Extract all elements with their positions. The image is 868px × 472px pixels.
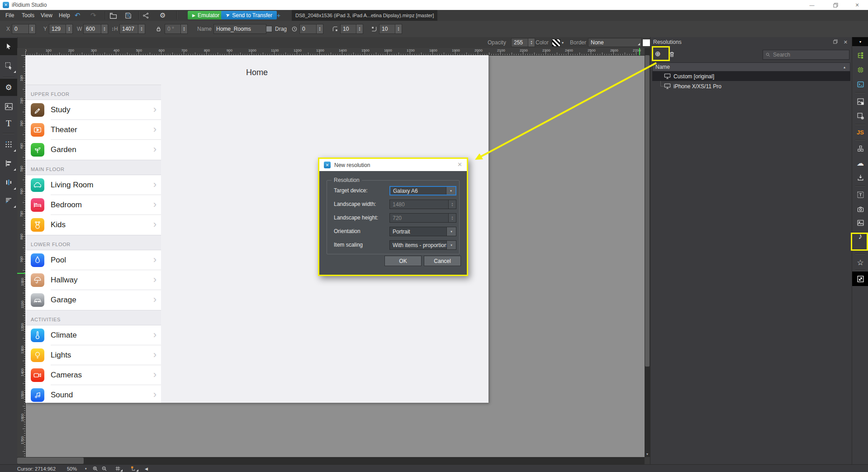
- corner-radius-y-field[interactable]: 10▲▼: [379, 24, 402, 34]
- zoom-in-icon[interactable]: [92, 465, 98, 472]
- width-field[interactable]: 600▲▼: [83, 24, 108, 34]
- share-icon[interactable]: [142, 10, 149, 21]
- restore-button[interactable]: [828, 0, 843, 10]
- project-tree-icon[interactable]: [852, 49, 868, 62]
- list-item[interactable]: Garden ›: [25, 140, 161, 160]
- name-field[interactable]: Home_Rooms: [213, 24, 266, 34]
- menu-view[interactable]: View: [39, 12, 54, 19]
- orientation-dropdown[interactable]: Portrait ▾: [389, 227, 456, 236]
- target-device-dropdown[interactable]: Galaxy A6 ▾: [389, 186, 456, 195]
- menu-file[interactable]: File: [4, 12, 16, 19]
- resolution-row-selected[interactable]: Custom [original]: [652, 72, 850, 81]
- list-item[interactable]: Pool ›: [25, 250, 161, 270]
- item-scaling-dropdown[interactable]: With items - proportional ▾: [389, 240, 456, 250]
- download-icon[interactable]: [852, 171, 868, 184]
- marquee-select-tool[interactable]: [0, 57, 17, 74]
- scroll-down-icon[interactable]: ▼: [645, 451, 650, 457]
- dropdown-arrow-icon[interactable]: ▾: [446, 187, 455, 195]
- fonts-icon[interactable]: [852, 188, 868, 201]
- zoom-dropdown-icon[interactable]: ▾: [85, 465, 87, 472]
- vertical-scrollbar[interactable]: ▼: [645, 48, 650, 457]
- drag-checkbox[interactable]: [266, 21, 272, 37]
- drivers-icon[interactable]: [852, 63, 868, 76]
- 3d-models-icon[interactable]: [852, 142, 868, 155]
- menu-help[interactable]: Help: [57, 12, 72, 19]
- dialog-close-icon[interactable]: ✕: [457, 161, 462, 168]
- javascript-editor-icon[interactable]: JS: [852, 126, 868, 138]
- rooms-list-panel[interactable]: UPPER FLOOR Study › Theater › Garden › M…: [25, 55, 161, 403]
- snap-mode-icon[interactable]: [130, 465, 137, 472]
- x-field[interactable]: 0▲▼: [12, 24, 36, 34]
- resolutions-panel-icon[interactable]: [852, 272, 868, 286]
- list-item[interactable]: Study ›: [25, 100, 161, 120]
- undo-icon[interactable]: ↶: [75, 10, 81, 21]
- horizontal-scrollbar-thumb[interactable]: [17, 458, 84, 464]
- project-tab[interactable]: DS8_2048x1536 (iPad 3, iPad A...etina Di…: [292, 10, 437, 21]
- height-field[interactable]: 1407▲▼: [119, 24, 145, 34]
- opacity-field[interactable]: 255▲▼: [511, 38, 535, 47]
- search-box[interactable]: Search: [763, 50, 849, 60]
- color-dropdown-icon[interactable]: ▾: [562, 37, 564, 48]
- distribute-tool[interactable]: [0, 174, 17, 191]
- list-item[interactable]: Hallway ›: [25, 270, 161, 290]
- redo-icon[interactable]: ↷: [90, 10, 96, 21]
- list-item[interactable]: Cameras ›: [25, 365, 161, 385]
- save-icon[interactable]: [125, 10, 132, 21]
- guides-tool[interactable]: [0, 192, 17, 209]
- list-item[interactable]: Kids ›: [25, 215, 161, 235]
- list-item[interactable]: Theater ›: [25, 120, 161, 140]
- vertical-scrollbar-thumb[interactable]: [645, 55, 650, 367]
- list-item[interactable]: Bedroom ›: [25, 195, 161, 215]
- ok-button[interactable]: OK: [384, 256, 422, 266]
- list-item[interactable]: Garage ›: [25, 290, 161, 310]
- list-item[interactable]: Living Room ›: [25, 175, 161, 195]
- angle-field[interactable]: 0 °▲▼: [165, 24, 188, 34]
- cancel-button[interactable]: Cancel: [424, 256, 461, 266]
- list-item[interactable]: Sound ›: [25, 385, 161, 403]
- dropdown-arrow-icon[interactable]: ▾: [446, 227, 456, 236]
- color-swatch[interactable]: [552, 37, 560, 48]
- minimize-button[interactable]: —: [804, 0, 820, 10]
- grid-items-tool[interactable]: [0, 136, 17, 153]
- dynamic-images-icon[interactable]: [852, 110, 868, 122]
- align-tool[interactable]: [0, 155, 17, 172]
- border-color-swatch[interactable]: [642, 37, 650, 48]
- close-button[interactable]: ✕: [849, 0, 865, 10]
- favorites-star-icon[interactable]: ☆: [852, 256, 868, 269]
- landscape-width-field[interactable]: 1480 ▲▼: [389, 200, 456, 209]
- script-console-icon[interactable]: [852, 78, 868, 91]
- border-field[interactable]: None: [588, 38, 642, 47]
- send-to-transfer-button[interactable]: ➤ Send to Transfer: [221, 11, 277, 19]
- horizontal-scrollbar[interactable]: [17, 457, 645, 464]
- emulator-button[interactable]: ▶ Emulator: [188, 11, 224, 19]
- lock-icon[interactable]: [156, 21, 161, 37]
- collapse-left-icon[interactable]: ◀: [145, 465, 148, 472]
- zoom-level[interactable]: 50%: [67, 465, 77, 472]
- list-item[interactable]: Climate ›: [25, 325, 161, 345]
- dialog-title-bar[interactable]: ✕ New resolution ✕: [319, 159, 467, 171]
- text-tool[interactable]: T: [0, 115, 17, 132]
- select-tool[interactable]: [0, 38, 17, 55]
- panel-menu-tab[interactable]: ▾: [852, 37, 868, 46]
- open-project-icon[interactable]: [109, 10, 117, 21]
- menu-tools[interactable]: Tools: [20, 12, 36, 19]
- delay-field[interactable]: 0▲▼: [299, 24, 323, 34]
- resolution-row[interactable]: iPhone X/XS/11 Pro: [652, 81, 850, 91]
- float-panel-icon[interactable]: [833, 39, 838, 44]
- dropdown-arrow-icon[interactable]: ▾: [446, 241, 456, 249]
- zoom-out-icon[interactable]: [101, 465, 107, 472]
- y-field[interactable]: 129▲▼: [49, 24, 73, 34]
- settings-tool[interactable]: ⚙: [0, 79, 17, 96]
- landscape-height-field[interactable]: 720 ▲▼: [389, 213, 456, 223]
- settings-gear-icon[interactable]: ⚙: [160, 10, 166, 21]
- name-column-header[interactable]: Name ▴: [652, 62, 850, 72]
- new-tab-button[interactable]: +: [277, 10, 280, 21]
- close-panel-icon[interactable]: ✕: [844, 39, 848, 45]
- list-item[interactable]: Lights ›: [25, 345, 161, 365]
- image-tool[interactable]: [0, 98, 17, 115]
- gallery-icon[interactable]: [852, 95, 868, 108]
- images-icon[interactable]: [852, 216, 868, 229]
- cloud-icon[interactable]: ☁: [852, 157, 868, 169]
- camera-icon[interactable]: [852, 203, 868, 215]
- grid-toggle-icon[interactable]: [115, 465, 121, 472]
